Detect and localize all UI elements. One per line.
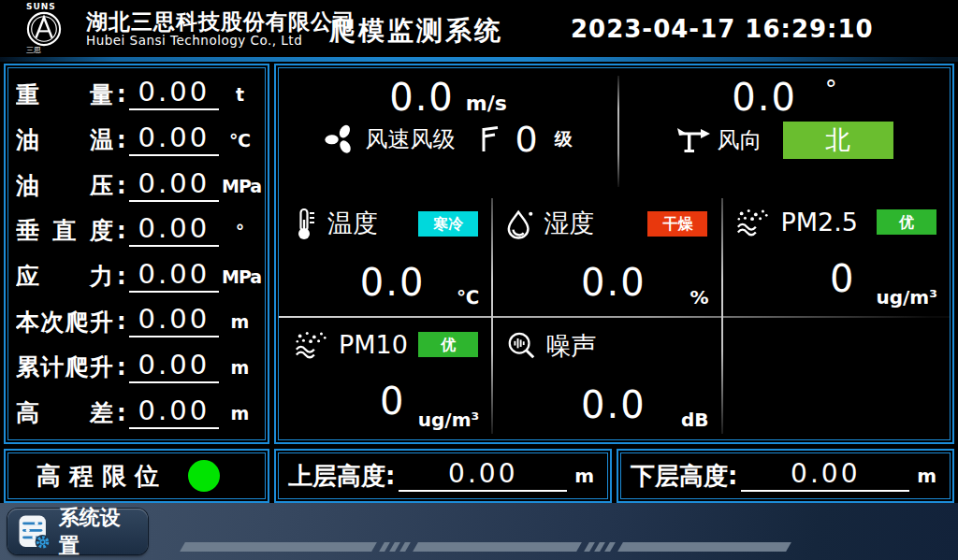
measure-unit: t bbox=[222, 84, 257, 105]
footer-stripe-slash bbox=[604, 542, 616, 552]
logo-suns-text: SUNS bbox=[26, 3, 56, 11]
footer-stripe-slash bbox=[594, 542, 605, 552]
measure-value: 0.00 bbox=[129, 79, 219, 110]
company-name-en: Hubei Sansi Technology Co., Ltd bbox=[86, 34, 356, 49]
wind-speed-label: 风速风级 bbox=[365, 124, 455, 154]
lower-level-value: 0.00 bbox=[741, 461, 909, 492]
wind-speed-value: 0.0 bbox=[389, 76, 455, 119]
tile-name: PM10 bbox=[339, 330, 408, 359]
colon: : bbox=[117, 354, 126, 381]
wind-speed-block: 0.0m/s 风速风级 bbox=[279, 68, 617, 194]
colon: : bbox=[117, 400, 126, 426]
measure-row-height-diff: 高 差 : 0.00 m bbox=[16, 397, 257, 429]
environment-panel: 0.0m/s 风速风级 bbox=[274, 64, 954, 444]
measure-row-total-climb: 累计爬升 : 0.00 m bbox=[16, 352, 257, 383]
footer-bar: 系统设置 bbox=[0, 503, 958, 560]
footer-stripe-slash bbox=[389, 542, 400, 552]
wind-direction-block: 0.0° 风向 北 bbox=[619, 68, 950, 194]
system-settings-button[interactable]: 系统设置 bbox=[7, 509, 148, 554]
lower-level-panel: 下层高度: 0.00 m bbox=[617, 449, 954, 503]
measure-row-verticality: 垂直度 : 0.00 ° bbox=[16, 215, 257, 247]
measure-label: 高 差 bbox=[16, 400, 113, 426]
measure-value: 0.00 bbox=[129, 170, 219, 202]
measure-row-current-climb: 本次爬升 : 0.00 m bbox=[16, 306, 257, 337]
measure-label: 应 力 bbox=[16, 264, 113, 290]
tile-temperature: 温度 寒冷 0.0 ℃ bbox=[279, 194, 491, 317]
tile-pm25: PM2.5 优 0 ug/m³ bbox=[720, 194, 949, 317]
footer-stripe bbox=[180, 542, 377, 552]
tile-unit: ug/m³ bbox=[877, 286, 937, 309]
measure-unit: ℃ bbox=[222, 130, 257, 151]
grid-divider-vertical-2 bbox=[721, 198, 723, 434]
measure-value: 0.00 bbox=[129, 215, 219, 247]
footer-stripe bbox=[413, 542, 582, 552]
tile-unit: % bbox=[689, 286, 708, 309]
measure-row-oil-pressure: 油 压 : 0.00 MPa bbox=[16, 170, 257, 202]
page-title: 爬模监测系统 bbox=[329, 13, 503, 49]
wind-speed-meta: 风速风级 0 级 bbox=[279, 122, 617, 157]
main-content: 重 量 : 0.00 t 油 温 : 0.00 ℃ 油 压 : 0.00 MPa bbox=[0, 62, 958, 503]
wind-speed-unit: m/s bbox=[466, 92, 507, 115]
wind-direction-meta: 风向 北 bbox=[619, 122, 950, 159]
dust-icon bbox=[735, 207, 771, 237]
measure-label: 本次爬升 bbox=[16, 309, 113, 336]
thermometer-icon bbox=[294, 207, 318, 240]
company-name-cn: 湖北三思科技股份有限公司 bbox=[86, 9, 356, 34]
settings-sliders-gear-icon bbox=[17, 512, 51, 552]
right-column: 0.0m/s 风速风级 bbox=[274, 64, 954, 503]
wind-direction-value: 0.0 bbox=[732, 76, 797, 119]
wind-direction-label: 风向 bbox=[718, 125, 762, 155]
upper-level-unit: m bbox=[574, 465, 594, 487]
datetime-display: 2023-04-17 16:29:10 bbox=[571, 15, 874, 43]
lower-level-unit: m bbox=[917, 465, 936, 487]
measure-value: 0.00 bbox=[129, 397, 219, 429]
fan-icon bbox=[324, 122, 357, 156]
upper-level-label: 上层高度 bbox=[288, 460, 385, 493]
measure-unit: m bbox=[222, 403, 257, 424]
tile-unit: dB bbox=[681, 409, 709, 431]
measure-value: 0.00 bbox=[129, 352, 219, 383]
tile-name: 湿度 bbox=[544, 207, 594, 240]
wind-direction-unit: ° bbox=[825, 76, 837, 104]
measure-row-stress: 应 力 : 0.00 MPa bbox=[16, 261, 257, 293]
footer-stripe-slash bbox=[379, 542, 390, 552]
sensor-tiles-grid: 温度 寒冷 0.0 ℃ 湿度 bbox=[279, 194, 950, 439]
elevation-limit-label: 高程限位 bbox=[36, 460, 167, 493]
wind-speed-display: 0.0m/s bbox=[279, 77, 617, 118]
company-name: 湖北三思科技股份有限公司 Hubei Sansi Technology Co.,… bbox=[86, 9, 356, 49]
elevation-limit-status-light bbox=[188, 460, 220, 492]
tile-name: 温度 bbox=[327, 207, 378, 240]
elevation-limit-panel: 高程限位 bbox=[4, 449, 269, 503]
wind-grade-flag-icon bbox=[479, 125, 500, 153]
pm25-status-badge: 优 bbox=[877, 209, 936, 235]
company-logo: SUNS 三思 bbox=[26, 3, 82, 54]
header: SUNS 三思 湖北三思科技股份有限公司 Hubei Sansi Technol… bbox=[0, 0, 958, 57]
wind-section: 0.0m/s 风速风级 bbox=[279, 68, 950, 194]
colon: : bbox=[117, 309, 126, 335]
footer-stripe-slash bbox=[399, 542, 411, 552]
measure-value: 0.00 bbox=[129, 261, 219, 293]
tile-name: PM2.5 bbox=[780, 208, 858, 237]
upper-level-panel: 上层高度: 0.00 m bbox=[274, 449, 612, 503]
colon: : bbox=[117, 173, 126, 199]
measure-value: 0.00 bbox=[129, 124, 219, 156]
tile-value: 0.0 bbox=[506, 261, 720, 304]
system-settings-label: 系统设置 bbox=[59, 504, 138, 560]
footer-stripe-slash bbox=[584, 542, 595, 552]
tile-noise: 噪声 0.0 dB bbox=[491, 317, 720, 439]
measure-unit: ° bbox=[222, 221, 257, 241]
measure-label: 累计爬升 bbox=[16, 354, 113, 381]
humidity-status-badge: 干燥 bbox=[647, 211, 707, 237]
pm10-status-badge: 优 bbox=[418, 332, 478, 357]
tile-name: 噪声 bbox=[545, 329, 596, 363]
wind-direction-badge: 北 bbox=[783, 122, 893, 159]
dust-icon bbox=[294, 329, 329, 359]
wind-grade-unit: 级 bbox=[555, 127, 573, 151]
wind-vane-icon bbox=[676, 125, 710, 155]
tile-pm10: PM10 优 0 ug/m³ bbox=[279, 317, 491, 439]
colon: : bbox=[728, 462, 737, 490]
droplet-icon bbox=[506, 208, 534, 239]
measure-row-oil-temp: 油 温 : 0.00 ℃ bbox=[16, 124, 257, 156]
measure-label: 油 温 bbox=[16, 127, 113, 153]
wind-direction-display: 0.0° bbox=[619, 77, 950, 118]
